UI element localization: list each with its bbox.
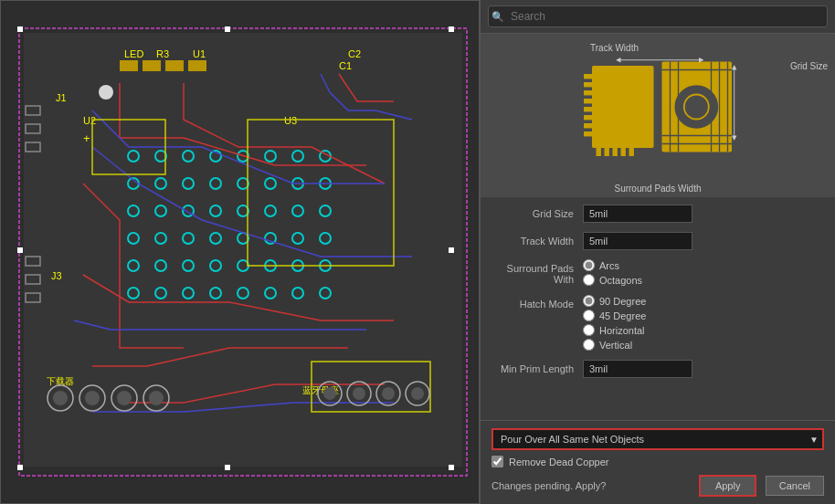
surround-pads-form-label: Surround Pads With xyxy=(491,259,583,285)
svg-point-77 xyxy=(149,391,164,405)
remove-dead-copper-row: Remove Dead Copper xyxy=(491,456,824,467)
svg-rect-100 xyxy=(449,465,454,470)
arcs-radio[interactable] xyxy=(583,259,595,271)
svg-rect-102 xyxy=(592,66,654,148)
svg-text:C1: C1 xyxy=(339,60,352,71)
svg-text:J1: J1 xyxy=(56,92,67,103)
svg-rect-93 xyxy=(17,26,23,32)
octagons-option[interactable]: Octagons xyxy=(583,274,642,286)
hatch-90-label: 90 Degree xyxy=(599,296,646,307)
hatch-90-option[interactable]: 90 Degree xyxy=(583,295,646,307)
pour-mode-dropdown[interactable]: Pour Over All Same Net ObjectsPour Over … xyxy=(491,428,824,450)
svg-rect-94 xyxy=(225,26,230,32)
svg-text:LED: LED xyxy=(124,48,143,59)
svg-rect-99 xyxy=(225,465,230,470)
svg-point-85 xyxy=(411,387,424,400)
changes-pending-text: Changes pending. Apply? xyxy=(491,480,606,491)
hatch-vertical-option[interactable]: Vertical xyxy=(583,339,646,351)
svg-rect-107 xyxy=(584,107,594,111)
action-buttons: Apply Cancel xyxy=(699,475,824,497)
surround-pads-row: Surround Pads With Arcs Octagons xyxy=(491,259,824,286)
search-icon: 🔍 xyxy=(491,11,504,23)
track-width-label: Track Width xyxy=(590,43,639,53)
dropdown-wrapper: Pour Over All Same Net ObjectsPour Over … xyxy=(491,428,824,450)
hatch-mode-radio-group: 90 Degree 45 Degree Horizontal Vertical xyxy=(583,295,646,351)
svg-point-73 xyxy=(85,391,100,405)
svg-rect-109 xyxy=(584,123,594,128)
grid-size-label: Grid Size xyxy=(790,61,828,71)
svg-point-117 xyxy=(673,84,719,130)
remove-dead-copper-label: Remove Dead Copper xyxy=(509,457,608,467)
svg-point-71 xyxy=(53,391,68,405)
svg-rect-5 xyxy=(165,60,184,71)
svg-rect-98 xyxy=(17,465,23,470)
search-input[interactable] xyxy=(488,5,828,27)
search-bar: 🔍 xyxy=(481,0,835,34)
hatch-horizontal-label: Horizontal xyxy=(599,325,645,336)
svg-text:J3: J3 xyxy=(51,270,62,281)
svg-text:+: + xyxy=(83,131,90,145)
grid-size-input[interactable] xyxy=(583,205,692,223)
svg-rect-114 xyxy=(621,146,626,156)
bottom-area: Pour Over All Same Net ObjectsPour Over … xyxy=(481,420,835,504)
grid-size-label: Grid Size xyxy=(491,205,583,219)
svg-rect-108 xyxy=(584,115,594,120)
svg-rect-97 xyxy=(449,247,454,253)
svg-rect-103 xyxy=(584,74,594,79)
svg-rect-110 xyxy=(584,131,594,136)
hatch-45-option[interactable]: 45 Degree xyxy=(583,310,646,321)
svg-rect-6 xyxy=(188,60,206,71)
svg-text:U2: U2 xyxy=(83,115,96,126)
min-prim-length-label: Min Prim Length xyxy=(491,360,583,374)
svg-point-92 xyxy=(99,85,113,100)
hatch-vertical-label: Vertical xyxy=(599,340,632,351)
octagons-label: Octagons xyxy=(599,275,642,286)
pcb-canvas[interactable]: LED R3 U1 C2 J1 U2 + U3 J3 C1 下载器 蓝牙母座 xyxy=(0,0,480,504)
svg-point-81 xyxy=(353,387,365,400)
hatch-mode-row: Hatch Mode 90 Degree 45 Degree Horizonta… xyxy=(491,295,824,351)
svg-point-79 xyxy=(323,387,336,400)
hatch-45-label: 45 Degree xyxy=(599,310,646,321)
surround-pads-label: Surround Pads Width xyxy=(481,180,835,197)
search-wrapper: 🔍 xyxy=(488,5,828,27)
preview-area: Track Width Grid Size xyxy=(481,34,835,180)
svg-point-83 xyxy=(382,387,395,400)
svg-text:R3: R3 xyxy=(156,48,169,59)
grid-size-row: Grid Size xyxy=(491,205,824,223)
cancel-button[interactable]: Cancel xyxy=(766,476,824,496)
svg-rect-105 xyxy=(584,90,594,95)
track-width-input[interactable] xyxy=(583,232,692,250)
right-panel: 🔍 xyxy=(480,0,835,504)
settings-form: Grid Size Track Width Surround Pads With… xyxy=(481,197,835,420)
hatch-horizontal-option[interactable]: Horizontal xyxy=(583,324,646,336)
hatch-mode-label: Hatch Mode xyxy=(491,295,583,310)
svg-point-75 xyxy=(117,391,132,405)
svg-rect-106 xyxy=(584,99,594,103)
svg-rect-3 xyxy=(120,60,138,71)
track-width-label: Track Width xyxy=(491,232,583,247)
surround-pads-radio-group: Arcs Octagons xyxy=(583,259,642,286)
svg-rect-96 xyxy=(17,247,23,253)
svg-rect-95 xyxy=(449,26,454,32)
arcs-option[interactable]: Arcs xyxy=(583,259,642,271)
svg-rect-4 xyxy=(143,60,161,71)
arcs-label: Arcs xyxy=(599,260,619,271)
svg-rect-104 xyxy=(584,82,594,87)
track-width-row: Track Width xyxy=(491,232,824,250)
remove-dead-copper-checkbox[interactable] xyxy=(491,456,503,467)
octagons-radio[interactable] xyxy=(583,274,595,286)
apply-button[interactable]: Apply xyxy=(699,475,757,497)
hatch-horizontal-radio[interactable] xyxy=(583,324,595,336)
svg-rect-111 xyxy=(597,146,601,156)
svg-rect-115 xyxy=(629,146,634,156)
dropdown-row: Pour Over All Same Net ObjectsPour Over … xyxy=(491,428,824,450)
hatch-45-radio[interactable] xyxy=(583,310,595,321)
min-prim-length-input[interactable] xyxy=(583,360,692,378)
min-prim-length-row: Min Prim Length xyxy=(491,360,824,378)
actions-row: Changes pending. Apply? Apply Cancel xyxy=(491,475,824,497)
hatch-90-radio[interactable] xyxy=(583,295,595,307)
hatch-vertical-radio[interactable] xyxy=(583,339,595,351)
svg-rect-112 xyxy=(605,146,609,156)
svg-rect-113 xyxy=(613,146,618,156)
svg-text:U3: U3 xyxy=(284,115,297,126)
